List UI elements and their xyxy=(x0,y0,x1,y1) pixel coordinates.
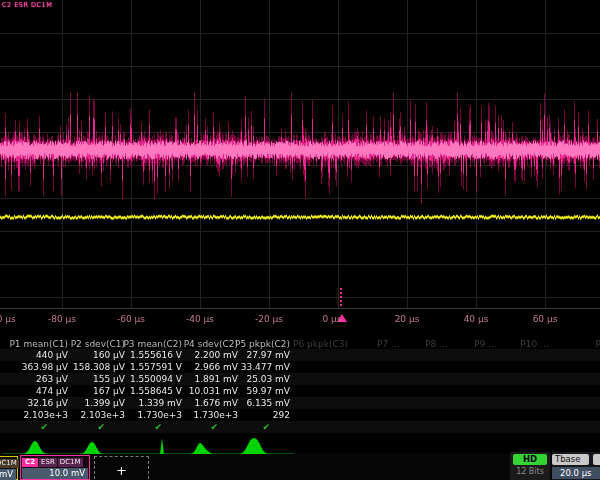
plus-icon: + xyxy=(116,463,127,478)
measurement-table: P1 mean(C1)440 µV363.98 µV263 µV474 µV32… xyxy=(0,338,600,434)
param-value: 2.200 mV xyxy=(194,350,238,360)
channel-c2-descriptor[interactable]: C2 ESR DC1M 10.0 mV xyxy=(20,455,90,480)
timebase-offset-fragment xyxy=(593,454,600,465)
c2-coupling-badge: DC1M xyxy=(58,458,83,467)
add-trace-button[interactable]: + xyxy=(94,456,149,480)
param-status-check-icon: ✔ xyxy=(154,422,162,432)
param-status-check-icon: ✔ xyxy=(97,422,105,432)
param-header-p9: P9 … xyxy=(474,339,497,349)
c1-coupling-badge: DC1M xyxy=(0,459,19,468)
param-status-check-icon: ✔ xyxy=(210,422,218,432)
param-value: 6.135 mV xyxy=(246,398,290,408)
oscilloscope-screen: C2 ESR DC1M -100 µs-80 µs-60 µs-40 µs-20… xyxy=(0,0,600,480)
param-value: 292 xyxy=(273,410,290,420)
param-header-p1[interactable]: P1 mean(C1) xyxy=(9,339,68,349)
param-header-p: P xyxy=(596,339,600,349)
param-value: 1.339 mV xyxy=(138,398,182,408)
param-value: 2.103e+3 xyxy=(23,410,68,420)
param-value: 363.98 µV xyxy=(22,362,68,372)
param-value: 1.399 µV xyxy=(84,398,125,408)
param-value: 167 µV xyxy=(93,386,125,396)
grid-top-left-label: C2 ESR DC1M xyxy=(2,1,52,9)
param-value: 59.97 mV xyxy=(246,386,290,396)
time-axis: -100 µs-80 µs-60 µs-40 µs-20 µs0 µs20 µs… xyxy=(0,311,600,329)
c2-esr-badge: ESR xyxy=(39,458,57,467)
param-value: 1.676 mV xyxy=(194,398,238,408)
param-value: 263 µV xyxy=(36,374,68,384)
histicon-p3[interactable] xyxy=(157,438,168,454)
param-header-p8: P8 … xyxy=(425,339,448,349)
param-value: 474 µV xyxy=(36,386,68,396)
timebase-label: Tbase xyxy=(552,454,589,465)
param-value: 1.557591 V xyxy=(130,362,182,372)
c2-channel-badge: C2 xyxy=(22,458,38,467)
param-status-check-icon: ✔ xyxy=(262,422,270,432)
histicon-p5[interactable] xyxy=(239,438,269,454)
param-value: 158.308 µV xyxy=(73,362,125,372)
param-value: 27.97 mV xyxy=(246,350,290,360)
param-value: 440 µV xyxy=(36,350,68,360)
param-value: 1.555616 V xyxy=(130,350,182,360)
time-axis-label: 40 µs xyxy=(464,314,489,324)
param-header-p7: P7 … xyxy=(377,339,400,349)
param-value: 33.477 mV xyxy=(241,362,290,372)
c2-vdiv-value: 10.0 mV xyxy=(22,468,88,479)
channel-c1-descriptor[interactable]: DC1M 10.0 mV xyxy=(0,456,18,480)
table-row-stripe xyxy=(0,349,600,361)
param-header-p2[interactable]: P2 sdev(C1) xyxy=(71,339,125,349)
hd-mode-tile[interactable]: HD 12 Bits xyxy=(510,452,550,480)
param-status-check-icon: ✔ xyxy=(40,422,48,432)
param-value: 1.550094 V xyxy=(130,374,182,384)
time-axis-label: 60 µs xyxy=(533,314,558,324)
param-value: 1.730e+3 xyxy=(137,410,182,420)
time-axis-label: -40 µs xyxy=(186,314,214,324)
time-axis-label: -100 µs xyxy=(0,314,16,324)
param-header-p10: P10 … xyxy=(520,339,549,349)
table-row-stripe xyxy=(0,421,600,433)
table-row-stripe xyxy=(0,373,600,385)
time-axis-label: -80 µs xyxy=(48,314,76,324)
time-axis-label: 20 µs xyxy=(395,314,420,324)
param-value: 1.558645 V xyxy=(130,386,182,396)
param-header-p5[interactable]: P5 pkpk(C2) xyxy=(235,339,290,349)
param-header-p4[interactable]: P4 sdev(C2) xyxy=(184,339,238,349)
histicon-p2[interactable] xyxy=(80,442,104,454)
param-value: 2.966 mV xyxy=(194,362,238,372)
param-header-p6: P6 pkpk(C3) xyxy=(293,339,348,349)
timebase-descriptor[interactable]: Tbase 20.0 µs xyxy=(552,452,600,480)
time-axis-label: -20 µs xyxy=(255,314,283,324)
param-value: 32.16 µV xyxy=(27,398,68,408)
param-value: 1.891 mV xyxy=(194,374,238,384)
histicon-p1[interactable] xyxy=(22,441,48,454)
param-header-p3[interactable]: P3 mean(C2) xyxy=(123,339,182,349)
hd-bits-label: 12 Bits xyxy=(510,467,550,476)
timebase-value: 20.0 µs xyxy=(552,467,600,479)
bottom-bar: DC1M 10.0 mV C2 ESR DC1M 10.0 mV + HD 12… xyxy=(0,454,600,480)
time-axis-label: 0 µs xyxy=(322,314,341,324)
param-value: 160 µV xyxy=(93,350,125,360)
histicon-p4[interactable] xyxy=(190,443,222,454)
waveform-display[interactable] xyxy=(0,0,600,312)
param-value: 155 µV xyxy=(93,374,125,384)
param-value: 25.03 mV xyxy=(246,374,290,384)
param-value: 10.031 mV xyxy=(189,386,238,396)
param-value: 2.103e+3 xyxy=(80,410,125,420)
hd-badge: HD xyxy=(513,454,547,465)
c1-vdiv-value: 10.0 mV xyxy=(0,469,16,480)
time-axis-label: -60 µs xyxy=(117,314,145,324)
param-value: 1.730e+3 xyxy=(193,410,238,420)
